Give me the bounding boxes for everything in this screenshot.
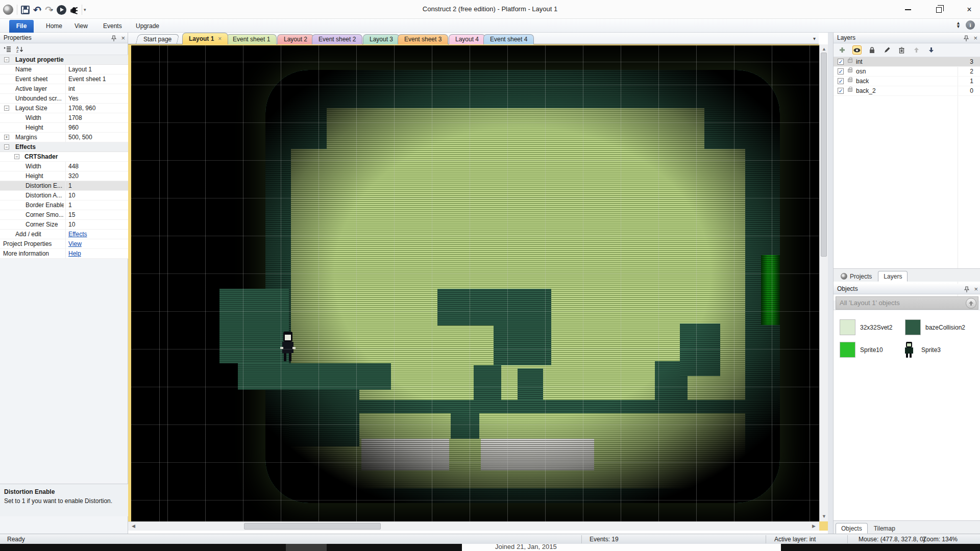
help-link[interactable]: Help [65, 249, 127, 259]
property-row[interactable]: +Margins500, 500 [0, 133, 128, 142]
horizontal-scrollbar[interactable]: ◀ ▶ [128, 521, 819, 531]
view-link[interactable]: View [65, 239, 127, 249]
minimize-button[interactable] [901, 4, 915, 15]
property-row[interactable]: Width448 [0, 162, 128, 171]
layer-row-osn[interactable]: ✓ osn 2 [834, 67, 980, 77]
layer-row-back_2[interactable]: ✓ back_2 0 [834, 86, 980, 96]
ribbon-expand-icon[interactable]: ▲▼ [956, 21, 961, 29]
property-row[interactable]: Add / editEffects [0, 230, 128, 239]
sprite10-object[interactable] [761, 255, 780, 325]
scroll-left-arrow[interactable]: ◀ [129, 522, 138, 531]
pin-icon[interactable] [964, 286, 969, 292]
property-row[interactable]: Height320 [0, 171, 128, 181]
property-row[interactable]: Distortion A...10 [0, 191, 128, 201]
add-layer-icon[interactable] [838, 45, 847, 55]
tile-block [558, 400, 573, 413]
tab-event-sheet-2[interactable]: Event sheet 2 [312, 34, 362, 44]
categorized-view-icon[interactable] [3, 45, 12, 53]
layer-lock-icon[interactable] [848, 88, 852, 92]
ribbon-tab-file[interactable]: File [9, 20, 34, 33]
property-row[interactable]: Event sheetEvent sheet 1 [0, 74, 128, 84]
tab-event-sheet-4[interactable]: Event sheet 4 [483, 34, 534, 44]
tab-start-page[interactable]: Start page [136, 34, 180, 44]
rename-layer-icon[interactable] [882, 45, 891, 55]
property-row[interactable]: Corner Smo...15 [0, 210, 128, 220]
ribbon-tab-view[interactable]: View [67, 20, 95, 33]
ribbon-tab-upgrade[interactable]: Upgrade [129, 20, 166, 33]
move-layer-down-icon[interactable] [926, 45, 936, 55]
ribbon-tab-home[interactable]: Home [39, 20, 69, 33]
tab-event-sheet-1[interactable]: Event sheet 1 [226, 34, 277, 44]
player-sprite[interactable] [282, 332, 296, 361]
layer-lock-icon[interactable] [848, 69, 852, 72]
move-layer-up-icon[interactable] [912, 45, 921, 55]
close-button[interactable]: × [963, 4, 976, 15]
tab-tilemap[interactable]: Tilemap [869, 523, 900, 534]
tab-event-sheet-3[interactable]: Event sheet 3 [398, 34, 448, 44]
property-row[interactable]: Active layerint [0, 84, 128, 94]
scroll-right-arrow[interactable]: ▶ [810, 522, 818, 531]
horizontal-scroll-thumb[interactable] [244, 523, 381, 530]
property-row[interactable]: Width1708 [0, 113, 128, 123]
vertical-scrollbar[interactable]: ▲ ▼ [819, 44, 828, 521]
property-row[interactable]: Project PropertiesView [0, 239, 128, 249]
effects-link[interactable]: Effects [65, 230, 127, 239]
layer-row-int[interactable]: ✓ int 3 [834, 57, 980, 67]
property-row[interactable]: NameLayout 1 [0, 65, 128, 74]
object-item-Sprite10[interactable]: Sprite10 [840, 342, 883, 358]
tab-close-icon[interactable]: × [218, 35, 222, 42]
object-item-32x32Svet2[interactable]: 32x32Svet2 [840, 319, 892, 335]
layer-visible-checkbox[interactable]: ✓ [838, 78, 844, 84]
property-row[interactable]: −Effects [0, 142, 128, 152]
tab-list-dropdown-icon[interactable]: ▾ [813, 36, 816, 41]
lock-layer-icon[interactable] [867, 45, 876, 55]
property-row[interactable]: Height960 [0, 123, 128, 133]
tab-layout-1[interactable]: Layout 1× [182, 33, 228, 44]
object-swatch [905, 319, 921, 335]
close-panel-icon[interactable]: × [974, 286, 978, 292]
minimize-icon [905, 9, 911, 10]
vertical-scroll-thumb[interactable] [821, 53, 827, 257]
layer-lock-icon[interactable] [848, 79, 852, 82]
property-row[interactable]: −Layout Size1708, 960 [0, 104, 128, 113]
property-row[interactable]: −Layout properties [0, 55, 128, 65]
layer-visible-checkbox[interactable]: ✓ [838, 68, 844, 74]
property-row[interactable]: More informationHelp [0, 249, 128, 259]
layer-lock-icon[interactable] [848, 59, 852, 63]
objects-filter-bar[interactable]: All 'Layout 1' objects [836, 296, 978, 310]
layer-row-back[interactable]: ✓ back 1 [834, 77, 980, 86]
property-row[interactable]: −CRTShader [0, 152, 128, 162]
alphabetical-sort-icon[interactable]: AZ [16, 45, 24, 53]
properties-toolbar: AZ [0, 43, 128, 55]
status-bar: Ready Events: 19 Active layer: int Mouse… [0, 534, 980, 544]
property-row-selected[interactable]: Distortion E...1 [0, 181, 128, 191]
objects-up-button[interactable] [966, 298, 976, 309]
scroll-down-arrow[interactable]: ▼ [820, 512, 828, 521]
tab-objects[interactable]: Objects [836, 523, 868, 534]
tab-layout-2[interactable]: Layout 2 [277, 34, 314, 44]
tab-projects[interactable]: Projects [836, 271, 877, 282]
toggle-visibility-icon[interactable] [852, 45, 862, 55]
object-item-Sprite3[interactable]: Sprite3 [905, 342, 941, 358]
pin-icon[interactable] [964, 35, 969, 41]
restore-button[interactable] [932, 4, 945, 15]
pin-icon[interactable] [111, 35, 116, 41]
ribbon-tab-events[interactable]: Events [96, 20, 129, 33]
close-panel-icon[interactable]: × [973, 35, 977, 41]
panel-splitter[interactable] [828, 33, 833, 534]
property-row[interactable]: Corner Size10 [0, 220, 128, 230]
close-panel-icon[interactable]: × [121, 35, 125, 41]
delete-layer-icon[interactable] [897, 45, 906, 55]
layer-visible-checkbox[interactable]: ✓ [838, 88, 844, 94]
property-row[interactable]: Border Enable1 [0, 201, 128, 210]
tab-layout-4[interactable]: Layout 4 [449, 34, 485, 44]
about-info-icon[interactable]: i [966, 20, 975, 30]
tab-layers[interactable]: Layers [878, 271, 908, 282]
layers-toolbar [834, 43, 980, 57]
property-row[interactable]: Unbounded scr...Yes [0, 94, 128, 104]
tab-layout-3[interactable]: Layout 3 [363, 34, 400, 44]
object-item-bazeCollision2[interactable]: bazeCollision2 [905, 319, 965, 335]
tile-block [451, 400, 479, 439]
layout-canvas[interactable] [131, 45, 819, 521]
layer-visible-checkbox[interactable]: ✓ [838, 59, 844, 65]
